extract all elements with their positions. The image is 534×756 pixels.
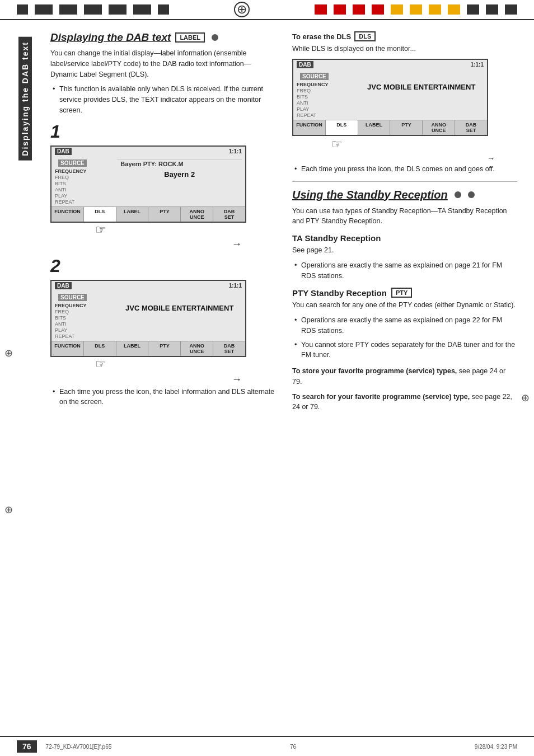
bar-block-color (481, 4, 484, 15)
store-note: To store your favorite programme (servic… (292, 366, 517, 387)
search-bold-text: To search for your favorite programme (s… (292, 393, 470, 401)
arrow-right-2: → (50, 374, 275, 386)
standby-reception-title: Using the Standby Reception (292, 189, 517, 201)
pty-intro: You can search for any one of the PTY co… (292, 300, 517, 311)
arrow-right-erase: → (292, 154, 517, 163)
bar-block-color (448, 4, 460, 15)
screen-time-erase: 1:1:1 (471, 62, 484, 68)
bar-block (30, 4, 33, 15)
footer-left-text: 72-79_KD-AV7001[E]f.p65 (46, 744, 112, 750)
screen-main-text-jvc: JVC MOBILE ENTERTAINMENT (122, 302, 237, 314)
left-margin-mark-bottom: ⊕ (4, 504, 13, 516)
dot-indicator (212, 34, 218, 41)
bar-block (59, 4, 77, 15)
screen-btn-function-2: FUNCTION (51, 341, 84, 356)
bar-block-color (334, 4, 346, 15)
screen-btn-pty-2: PTY (148, 341, 181, 356)
dls-badge: DLS (354, 31, 376, 41)
screen-btn-label-e: LABEL (358, 120, 391, 135)
top-bar-right-blocks (315, 4, 517, 15)
screen-detail-row: BITS (55, 315, 110, 321)
right-margin-mark: ⊕ (521, 392, 530, 404)
bar-block-color (367, 4, 370, 15)
screen-source-1: SOURCE (58, 159, 87, 167)
store-bold-text: To store your favorite programme (servic… (292, 367, 457, 375)
page-number: 76 (17, 740, 37, 753)
sidebar: Displaying the DAB text (17, 31, 34, 417)
erase-title: To erase the DLS DLS (292, 31, 517, 41)
erase-bullet: Each time you press the icon, the DLS co… (292, 164, 517, 175)
screen-freq-2: FREQUENCY (51, 303, 114, 308)
screen-source-erase: SOURCE (300, 73, 329, 80)
screen-footer-1: FUNCTION DLS LABEL PTY ANNOUNCE DABSET (51, 206, 245, 222)
hand-pointer-erase: ☞ (331, 137, 517, 152)
screen-btn-function-e: FUNCTION (293, 120, 326, 135)
bar-block (109, 4, 127, 15)
screen-mockup-step2: DAB 1:1:1 SOURCE FREQUENCY FREQ BITS ANT… (50, 280, 246, 357)
bar-block-color (372, 4, 384, 15)
screen-btn-pty-e: PTY (390, 120, 423, 135)
screen-detail-row: BITS (55, 181, 110, 186)
bar-block (35, 4, 53, 15)
standby-intro: You can use two types of Standby Recepti… (292, 206, 517, 227)
screen-main-text-erase: JVC MOBILE ENTERTAINMENT (364, 81, 479, 93)
bar-block-color (391, 4, 403, 15)
bullet-1: This function is available only when DLS… (50, 84, 275, 115)
ta-see-page: See page 21. (292, 245, 517, 256)
screen-footer-erase: FUNCTION DLS LABEL PTY ANNOUNCE DABSET (293, 120, 487, 135)
screen-detail-row-e: FREQ (297, 88, 352, 93)
ta-title-text: TA Standby Reception (292, 233, 381, 243)
bar-block (158, 4, 169, 15)
screen-header-2: DAB 1:1:1 (51, 281, 245, 290)
bar-block-color (410, 4, 422, 15)
top-bar: ⊕ (0, 0, 534, 20)
screen-detail-row-e: PLAY (297, 106, 352, 112)
hand-pointer-2: ☞ (95, 357, 275, 372)
screen-time-2: 1:1:1 (229, 283, 242, 289)
screen-btn-dab-set-2: DABSET (213, 341, 245, 356)
bar-block (128, 4, 132, 15)
screen-dab-label-erase: DAB (297, 61, 313, 68)
screen-main-row2: Bayern 2 (117, 168, 242, 181)
erase-intro: While DLS is displayed on the monitor... (292, 44, 517, 54)
step-1-number: 1 (50, 121, 275, 142)
displaying-dab-title-text: Displaying the DAB text (50, 31, 171, 44)
footer-center-text: 76 (116, 744, 470, 750)
right-column: To erase the DLS DLS While DLS is displa… (292, 31, 517, 417)
screen-main-row1: Bayern PTY: ROCK.M (117, 159, 242, 168)
screen-mockup-erase: DAB 1:1:1 SOURCE FREQUENCY FREQ BITS ANT… (292, 59, 488, 136)
screen-btn-dls-e: DLS (326, 120, 358, 135)
screen-btn-pty: PTY (148, 207, 181, 222)
main-content: Displaying the DAB text Displaying the D… (0, 20, 534, 428)
screen-btn-function: FUNCTION (51, 207, 84, 222)
screen-btn-label-2: LABEL (116, 341, 149, 356)
screen-source-2: SOURCE (58, 294, 87, 301)
bar-block (84, 4, 102, 15)
screen-btn-dab-set: DABSET (213, 207, 245, 222)
bar-block-color (405, 4, 408, 15)
footer-right-text: 9/28/04, 9:23 PM (475, 744, 517, 750)
pty-title: PTY Standby Reception PTY (292, 288, 517, 298)
screen-header-1: DAB 1:1:1 (51, 147, 245, 156)
hand-pointer-1: ☞ (95, 223, 275, 237)
screen-detail-row: PLAY (55, 327, 110, 333)
screen-btn-dls: DLS (84, 207, 116, 222)
pty-bullet-2: You cannot store PTY codes separately fo… (292, 340, 517, 361)
top-bar-left-blocks (17, 4, 169, 15)
screen-freq-1: FREQUENCY (51, 168, 114, 174)
bar-block (79, 4, 82, 15)
bar-block (104, 4, 107, 15)
screen-detail-row: ANTI (55, 321, 110, 327)
pty-bullet-1: Operations are exactly the same as expla… (292, 315, 517, 336)
screen-detail-row-e: BITS (297, 94, 352, 100)
label-badge: LABEL (175, 32, 205, 43)
screen-freq-erase: FREQUENCY (293, 82, 355, 87)
bar-block-color (386, 4, 389, 15)
crosshair-symbol: ⊕ (237, 2, 247, 17)
screen-btn-anno: ANNOUNCE (181, 207, 213, 222)
screen-detail-row: REPEAT (55, 199, 110, 205)
screen-detail-row-e: REPEAT (297, 112, 352, 118)
arrow-right-1: → (50, 238, 275, 250)
bar-block (17, 4, 28, 15)
bar-block-color (443, 4, 446, 15)
